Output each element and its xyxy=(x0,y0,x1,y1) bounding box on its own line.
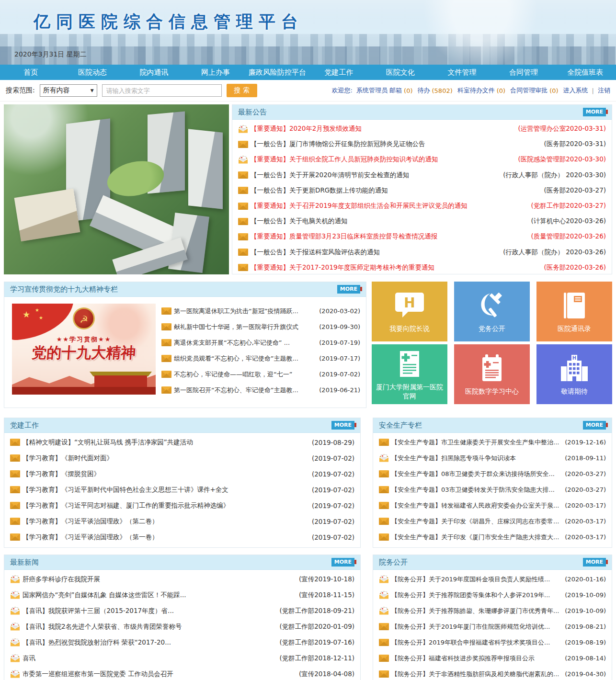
list-item[interactable]: 【院务公开】关于推荐陈皓鋆、朱珊娜参评厦门市优秀青年...(2019-10-09… xyxy=(379,603,606,619)
list-item[interactable]: 【一般公告】关于更新DRG数据上传功能的通知(医务部2020-03-27) xyxy=(238,183,606,198)
item-meta: (宣传2019-10-18) xyxy=(299,575,354,584)
quick-link-tile[interactable]: 医院数字学习中心 xyxy=(454,344,530,404)
nav-item[interactable]: 全院值班表 xyxy=(554,65,616,80)
more-button[interactable]: MORE xyxy=(331,421,354,429)
list-item[interactable]: 【重要通知】2020年2月预发绩效通知(运营管理办公室2020-03-31) xyxy=(238,121,606,136)
list-item[interactable]: 【安全生产专题】转发福建省人民政府安委会办公室关于泉...(2020-03-17… xyxy=(379,498,606,513)
list-item[interactable]: 【院务公开】福建省科技进步奖拟推荐申报项目公示(2019-08-14) xyxy=(379,650,606,666)
nav-item[interactable]: 首页 xyxy=(0,65,62,80)
announcements-list: 【重要通知】2020年2月预发绩效通知(运营管理办公室2020-03-31)【一… xyxy=(232,120,612,275)
search-input[interactable] xyxy=(102,84,222,97)
logout-link[interactable]: 注销 xyxy=(598,86,610,95)
list-item[interactable]: 【院务公开】关于2019年厦门市住院医师规范化培训优...(2019-08-21… xyxy=(379,619,606,635)
announcements-panel: 最新公告 MORE 【重要通知】2020年2月预发绩效通知(运营管理办公室202… xyxy=(232,104,612,274)
current-date: 2020年3月31日 星期二 xyxy=(14,50,87,59)
item-meta: (2019-07-02) xyxy=(312,533,354,541)
list-item[interactable]: 组织党员观看“不忘初心，牢记使命”主题教...(2019-07-17) xyxy=(161,351,360,366)
list-item[interactable]: 喜讯(党群工作部2018-12-11) xyxy=(10,650,354,666)
list-item[interactable]: 【一般公告】厦门市博物馆公开征集防控新冠肺炎见证物公告(医务部2020-03-3… xyxy=(238,136,606,152)
list-item[interactable]: 【喜讯】我院2名先进个人荣获省、市级共青团荣誉称号(党群工作部2020-01-0… xyxy=(10,619,354,635)
more-button[interactable]: MORE xyxy=(583,421,606,429)
search-scope-select[interactable]: 所有内容 ▼ xyxy=(40,84,97,97)
more-button[interactable]: MORE xyxy=(583,558,606,566)
list-item[interactable]: 【学习教育】《习近平谈治国理政》（第二卷）(2019-07-02) xyxy=(10,513,354,529)
enter-system-link[interactable]: 进入系统 xyxy=(563,86,588,95)
item-title: 【重要通知】关于召开2019年度支部组织生活会和开展民主评议党员的通知 xyxy=(251,202,527,210)
panel-header: 党建工作 MORE xyxy=(4,418,360,433)
search-button[interactable]: 搜 索 xyxy=(227,84,257,97)
list-item[interactable]: 第一医院召开“不忘初心、牢记使命”主题教...(2019-06-21) xyxy=(161,382,360,398)
list-item[interactable]: 【精神文明建设】“文明礼让斑马线 携手洁净家园”共建活动(2019-08-29) xyxy=(10,434,354,450)
list-item[interactable]: 【院务公开】关于2019年度国科金项目负责人奖励性绩...(2020-01-16… xyxy=(379,571,606,587)
list-item[interactable]: 【安全生产专题】关于印发《胡昌升、庄稼汉同志在市委常...(2020-03-17… xyxy=(379,513,606,529)
list-item[interactable]: 【一般公告】关于开展2020年清明节前安全检查的通知(行政人事部（院办） 202… xyxy=(238,168,606,183)
tile-label: 医院通讯录 xyxy=(558,324,591,333)
nav-item[interactable]: 院内通讯 xyxy=(123,65,185,80)
user-bar-link[interactable]: 科室待办文件 xyxy=(457,86,495,95)
safety-panel: 安全生产专栏 MORE 【安全生产专题】市卫生健康委关于开展安全生产集中整治..… xyxy=(373,418,612,548)
list-item[interactable]: 献礼新中国七十华诞，第一医院举行升旗仪式(2019-09-30) xyxy=(161,319,360,335)
hospital-aerial-image xyxy=(4,104,229,274)
item-meta: (医务部2020-03-31) xyxy=(544,140,606,148)
nav-item[interactable]: 党建工作 xyxy=(308,65,370,80)
quick-link-tile[interactable]: H我要向院长说 xyxy=(372,282,447,341)
list-item[interactable]: 第一医院离退休职工为抗击“新冠”疫情踊跃...(2020-03-02) xyxy=(161,303,360,319)
list-item[interactable]: 不忘初心，牢记使命——唱红歌，迎“七一”(2019-07-02) xyxy=(161,366,360,382)
list-item[interactable]: 肝癌多学科诊疗在我院开展(宣传2019-10-18) xyxy=(10,571,354,587)
more-button[interactable]: MORE xyxy=(583,108,606,116)
list-item[interactable]: 离退休党支部开展“不忘初心,牢记使命” ...(2019-07-19) xyxy=(161,335,360,351)
user-bar-link[interactable]: 待办 xyxy=(418,86,430,95)
user-bar-link[interactable]: 系统管理员 邮箱 xyxy=(356,86,402,95)
list-item[interactable]: 【喜讯】我院获评第十三届（2015-2017年度）省...(党群工作部2018-… xyxy=(10,603,354,619)
list-item[interactable]: 【一般公告】关于报送科室风险评估表的通知(行政人事部（院办） 2020-03-2… xyxy=(238,245,606,260)
list-item[interactable]: 【安全生产专题】市卫生健康委关于开展安全生产集中整治...(2019-12-16… xyxy=(379,434,606,450)
party-congress-banner-image[interactable]: ★ ★ ★ ☭ ★★学习贯彻★★ 党的十九大精神 xyxy=(12,304,156,395)
list-item[interactable]: 【喜讯】热烈祝贺我院放射治疗科 荣获“2017-20...(党群工作部2019-… xyxy=(10,635,354,650)
envelope-icon xyxy=(379,470,391,477)
item-meta: (运营管理办公室2020-03-31) xyxy=(518,125,606,133)
list-item[interactable]: 【安全生产专题】关于印发《厦门市安全生产隐患大排查大...(2020-03-17… xyxy=(379,529,606,545)
list-item[interactable]: 【一般公告】关于电脑关机的通知(计算机中心2020-03-26) xyxy=(238,214,606,229)
quick-link-tile[interactable]: 党务公开 xyxy=(454,282,530,341)
list-item[interactable]: 【学习教育】《习近平谈治国理政》（第一卷）(2019-07-02) xyxy=(10,529,354,545)
list-item[interactable]: 【院务公开】关于非酒精性脂肪肝病及相关糖脂代谢紊乱的...(2019-04-30… xyxy=(379,666,606,680)
more-button[interactable]: MORE xyxy=(337,285,360,293)
header-banner: 亿同医院综合信息管理平台 2020年3月31日 星期二 xyxy=(0,0,616,65)
quick-link-tile[interactable]: H敬请期待 xyxy=(536,344,612,404)
list-item[interactable]: 【重要通知】质量管理部3月23日临床科室质控督导检查情况通报(质量管理部2020… xyxy=(238,229,606,244)
item-title: 【学习教育】《摆脱贫困》 xyxy=(23,470,308,478)
item-title: 【院务公开】福建省科技进步奖拟推荐申报项目公示 xyxy=(391,654,561,663)
list-item[interactable]: 【学习教育】《新时代面对面》(2019-07-02) xyxy=(10,450,354,466)
item-title: 【重要通知】关于2017-2019年度医师定期考核补考的重要通知 xyxy=(251,263,540,272)
panel-title: 最新公告 xyxy=(238,108,267,117)
item-meta: (2019-07-17) xyxy=(319,355,360,362)
list-item[interactable]: 【重要通知】关于召开2019年度支部组织生活会和开展民主评议党员的通知(党群工作… xyxy=(238,198,606,214)
list-item[interactable]: 【院务公开】关于推荐院团委等集体和个人参评2019年...(2019-10-09… xyxy=(379,587,606,603)
nav-item[interactable]: 网上办事 xyxy=(185,65,247,80)
quick-link-tile[interactable]: 厦门大学附属第一医院官网 xyxy=(372,344,447,404)
list-item[interactable]: 【重要通知】关于组织全院工作人员新冠肺炎防控知识考试的通知(医院感染管理部202… xyxy=(238,152,606,167)
nav-item[interactable]: 合同管理 xyxy=(493,65,555,80)
list-item[interactable]: 【院务公开】2019年联合申报福建省科学技术奖项目公...(2019-08-19… xyxy=(379,635,606,650)
item-title: 【院务公开】2019年联合申报福建省科学技术奖项目公... xyxy=(391,638,561,647)
list-item[interactable]: 【学习教育】《摆脱贫困》(2019-07-02) xyxy=(10,466,354,482)
list-item[interactable]: 【安全生产专题】03市卫健委转发关于防汛安全隐患大排...(2020-03-27… xyxy=(379,482,606,498)
nav-item[interactable]: 文件管理 xyxy=(431,65,493,80)
item-meta: (2019-10-09) xyxy=(565,591,606,599)
item-meta: (2019-08-29) xyxy=(312,439,354,446)
list-item[interactable]: 国家网信办“亮剑”自媒体乱象 自媒体这些雷区！不能踩...(宣传2018-11-… xyxy=(10,587,354,603)
more-button[interactable]: MORE xyxy=(331,558,354,566)
user-bar-link[interactable]: 合同管理审批 xyxy=(510,86,548,95)
envelope-icon xyxy=(379,639,391,646)
quick-link-tile[interactable]: 医院通讯录 xyxy=(536,282,612,341)
nav-item[interactable]: 医院文化 xyxy=(370,65,432,80)
list-item[interactable]: 【安全生产专题】08市卫健委关于群众来访接待场所安全...(2020-03-27… xyxy=(379,466,606,482)
list-item[interactable]: 市委第一巡察组巡察市第一医院党委 工作动员会召开(宣传2018-04-08) xyxy=(10,666,354,680)
list-item[interactable]: 【学习教育】《习近平同志对福建、厦门工作的重要指示批示精神选编》(2019-07… xyxy=(10,498,354,513)
nav-item[interactable]: 医院动态 xyxy=(62,65,124,80)
nav-item[interactable]: 廉政风险防控平台 xyxy=(246,65,308,80)
list-item[interactable]: 【重要通知】关于2017-2019年度医师定期考核补考的重要通知(医务部2020… xyxy=(238,260,606,275)
list-item[interactable]: 【学习教育】《习近平新时代中国特色社会主义思想三十讲》课件+全文(2019-07… xyxy=(10,482,354,498)
party-emblem-icon: ☭ xyxy=(73,307,95,329)
list-item[interactable]: 【安全生产专题】扫黑除恶专项斗争知识读本(2018-09-11) xyxy=(379,450,606,466)
